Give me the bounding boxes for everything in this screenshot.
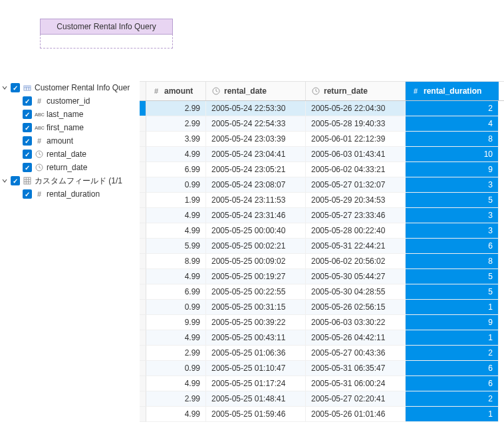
- cell-rental-duration[interactable]: 6: [406, 376, 499, 391]
- column-header-amount[interactable]: # amount: [146, 82, 206, 100]
- cell-rental-duration[interactable]: 5: [406, 269, 499, 284]
- tree-field-row[interactable]: ✓ABCfirst_name: [0, 121, 137, 134]
- cell-amount[interactable]: 4.99: [146, 269, 206, 284]
- checkbox-field[interactable]: ✓: [23, 163, 32, 172]
- cell-amount[interactable]: 4.99: [146, 208, 206, 223]
- tree-field-row[interactable]: ✓#amount: [0, 134, 137, 148]
- table-row[interactable]: 8.992005-05-25 00:09:022005-06-02 20:56:…: [140, 254, 504, 269]
- tree-field-row[interactable]: ✓ABClast_name: [0, 108, 137, 121]
- cell-rental-duration[interactable]: 1: [406, 330, 499, 346]
- row-gutter[interactable]: [140, 269, 146, 284]
- cell-rental-date[interactable]: 2005-05-25 01:48:41: [206, 391, 306, 407]
- row-gutter[interactable]: [140, 300, 146, 315]
- tree-field-row[interactable]: ✓return_date: [0, 161, 137, 174]
- cell-return-date[interactable]: 2005-05-31 06:00:24: [306, 376, 406, 391]
- cell-return-date[interactable]: 2005-05-27 02:20:41: [306, 391, 406, 407]
- row-gutter[interactable]: [140, 361, 146, 376]
- cell-return-date[interactable]: 2005-05-30 04:28:55: [306, 284, 406, 300]
- cell-rental-date[interactable]: 2005-05-25 00:19:27: [206, 269, 306, 284]
- checkbox-custom[interactable]: ✓: [11, 176, 20, 185]
- column-header-rental-date[interactable]: rental_date: [206, 82, 306, 100]
- cell-return-date[interactable]: 2005-06-02 20:56:02: [306, 254, 406, 269]
- row-gutter[interactable]: [140, 391, 146, 407]
- cell-return-date[interactable]: 2005-05-31 06:35:47: [306, 361, 406, 376]
- row-gutter[interactable]: [140, 376, 146, 391]
- cell-rental-duration[interactable]: 9: [406, 162, 499, 177]
- checkbox-root[interactable]: ✓: [11, 83, 20, 92]
- cell-return-date[interactable]: 2005-06-03 03:30:22: [306, 315, 406, 330]
- cell-return-date[interactable]: 2005-06-01 22:12:39: [306, 132, 406, 147]
- cell-amount[interactable]: 4.99: [146, 223, 206, 239]
- cell-return-date[interactable]: 2005-05-30 05:44:27: [306, 269, 406, 284]
- table-row[interactable]: 1.992005-05-24 23:11:532005-05-29 20:34:…: [140, 193, 504, 208]
- cell-return-date[interactable]: 2005-06-02 04:33:21: [306, 162, 406, 177]
- cell-rental-duration[interactable]: 2: [406, 346, 499, 361]
- cell-rental-duration[interactable]: 10: [406, 147, 499, 162]
- cell-amount[interactable]: 4.99: [146, 376, 206, 391]
- table-row[interactable]: 4.992005-05-24 23:31:462005-05-27 23:33:…: [140, 208, 504, 223]
- cell-return-date[interactable]: 2005-06-03 01:43:41: [306, 147, 406, 162]
- checkbox-field[interactable]: ✓: [23, 136, 32, 146]
- cell-rental-date[interactable]: 2005-05-24 23:03:39: [206, 132, 306, 147]
- row-gutter[interactable]: [140, 407, 146, 422]
- cell-amount[interactable]: 4.99: [146, 147, 206, 162]
- row-gutter[interactable]: [140, 116, 146, 132]
- row-gutter[interactable]: [140, 330, 146, 346]
- row-gutter[interactable]: [140, 177, 146, 193]
- table-row[interactable]: 2.992005-05-25 01:48:412005-05-27 02:20:…: [140, 391, 504, 407]
- cell-rental-duration[interactable]: 4: [406, 116, 499, 132]
- cell-return-date[interactable]: 2005-05-28 19:40:33: [306, 116, 406, 132]
- table-row[interactable]: 4.992005-05-25 00:00:402005-05-28 00:22:…: [140, 223, 504, 239]
- checkbox-field[interactable]: ✓: [23, 96, 32, 106]
- table-row[interactable]: 9.992005-05-25 00:39:222005-06-03 03:30:…: [140, 315, 504, 330]
- cell-return-date[interactable]: 2005-05-26 01:01:46: [306, 407, 406, 422]
- row-gutter[interactable]: [140, 193, 146, 208]
- cell-amount[interactable]: 2.99: [146, 116, 206, 132]
- checkbox-field[interactable]: ✓: [23, 189, 32, 199]
- cell-amount[interactable]: 6.99: [146, 162, 206, 177]
- cell-amount[interactable]: 0.99: [146, 300, 206, 315]
- table-row[interactable]: 2.992005-05-25 01:06:362005-05-27 00:43:…: [140, 346, 504, 361]
- table-row[interactable]: 0.992005-05-25 01:10:472005-05-31 06:35:…: [140, 361, 504, 376]
- checkbox-field[interactable]: ✓: [23, 110, 32, 119]
- cell-rental-date[interactable]: 2005-05-24 22:54:33: [206, 116, 306, 132]
- checkbox-field[interactable]: ✓: [23, 123, 32, 132]
- cell-amount[interactable]: 2.99: [146, 346, 206, 361]
- row-gutter[interactable]: [140, 346, 146, 361]
- table-row[interactable]: 2.992005-05-24 22:53:302005-05-26 22:04:…: [140, 101, 504, 116]
- tree-field-row[interactable]: ✓#customer_id: [0, 94, 137, 108]
- cell-amount[interactable]: 2.99: [146, 391, 206, 407]
- table-row[interactable]: 0.992005-05-25 00:31:152005-05-26 02:56:…: [140, 300, 504, 315]
- row-gutter[interactable]: [140, 132, 146, 147]
- cell-amount[interactable]: 0.99: [146, 177, 206, 193]
- cell-rental-date[interactable]: 2005-05-25 00:22:55: [206, 284, 306, 300]
- table-row[interactable]: 4.992005-05-24 23:04:412005-06-03 01:43:…: [140, 147, 504, 162]
- tree-custom-field-row[interactable]: ✓#rental_duration: [0, 187, 137, 201]
- row-gutter[interactable]: [140, 239, 146, 254]
- cell-return-date[interactable]: 2005-05-27 01:32:07: [306, 177, 406, 193]
- cell-rental-duration[interactable]: 8: [406, 132, 499, 147]
- chevron-down-icon[interactable]: [1, 177, 8, 184]
- cell-amount[interactable]: 2.99: [146, 101, 206, 116]
- cell-rental-duration[interactable]: 1: [406, 407, 499, 422]
- cell-rental-date[interactable]: 2005-05-25 01:10:47: [206, 361, 306, 376]
- cell-return-date[interactable]: 2005-05-27 00:43:36: [306, 346, 406, 361]
- cell-rental-duration[interactable]: 6: [406, 361, 499, 376]
- query-node-body[interactable]: [40, 34, 173, 49]
- cell-amount[interactable]: 6.99: [146, 284, 206, 300]
- cell-rental-date[interactable]: 2005-05-25 00:00:40: [206, 223, 306, 239]
- tree-custom-row[interactable]: ✓ カスタムフィールド (1/1: [0, 174, 137, 187]
- row-gutter[interactable]: [140, 101, 146, 116]
- cell-rental-date[interactable]: 2005-05-24 23:05:21: [206, 162, 306, 177]
- row-gutter[interactable]: [140, 147, 146, 162]
- cell-return-date[interactable]: 2005-05-26 02:56:15: [306, 300, 406, 315]
- cell-rental-duration[interactable]: 9: [406, 315, 499, 330]
- cell-amount[interactable]: 9.99: [146, 315, 206, 330]
- cell-rental-date[interactable]: 2005-05-25 00:43:11: [206, 330, 306, 346]
- row-gutter[interactable]: [140, 315, 146, 330]
- table-row[interactable]: 4.992005-05-25 00:43:112005-05-26 04:42:…: [140, 330, 504, 346]
- cell-rental-date[interactable]: 2005-05-24 23:31:46: [206, 208, 306, 223]
- column-header-return-date[interactable]: return_date: [306, 82, 406, 100]
- cell-rental-date[interactable]: 2005-05-25 00:39:22: [206, 315, 306, 330]
- cell-rental-date[interactable]: 2005-05-24 22:53:30: [206, 101, 306, 116]
